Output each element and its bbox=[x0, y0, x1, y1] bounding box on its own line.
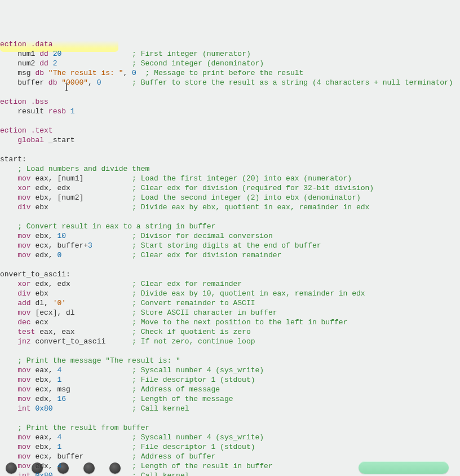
code-line[interactable]: add dl, '0' ; Convert remainder to ASCII bbox=[0, 298, 460, 308]
code-editor[interactable]: I ection .data num1 dd 20 ; First intege… bbox=[0, 0, 460, 476]
code-line[interactable]: mov eax, 4 ; Syscall number 4 (sys_write… bbox=[0, 433, 460, 442]
code-line[interactable]: num1 dd 20 ; First integer (numerator) bbox=[0, 49, 460, 59]
code-line[interactable]: ; Print the result from buffer bbox=[0, 423, 460, 433]
code-line[interactable]: msg db "The result is: ", 0 ; Message to… bbox=[0, 68, 460, 78]
code-line[interactable]: mov edx, 16 ; Length of the message bbox=[0, 394, 460, 404]
code-line[interactable] bbox=[0, 413, 460, 423]
code-line[interactable]: mov eax, [num1] ; Load the first integer… bbox=[0, 174, 460, 183]
code-line[interactable]: start: bbox=[0, 155, 460, 164]
code-line[interactable]: mov ebx, 10 ; Divisor for decimal conver… bbox=[0, 231, 460, 241]
code-line[interactable]: mov ebx, 1 ; File descriptor 1 (stdout) bbox=[0, 375, 460, 385]
code-line[interactable]: mov [ecx], dl ; Store ASCII character in… bbox=[0, 308, 460, 318]
code-line[interactable]: int 0x80 ; Call kernel bbox=[0, 404, 460, 413]
code-line[interactable]: onvert_to_ascii: bbox=[0, 270, 460, 279]
code-line[interactable]: xor edx, edx ; Clear edx for remainder bbox=[0, 279, 460, 289]
code-line[interactable]: div ebx ; Divide eax by ebx, quotient in… bbox=[0, 202, 460, 212]
code-line[interactable]: global _start bbox=[0, 135, 460, 145]
code-line[interactable]: int 0x80 ; Call kernel bbox=[0, 471, 460, 476]
code-line[interactable]: mov ebx, 1 ; File descriptor 1 (stdout) bbox=[0, 442, 460, 452]
code-line[interactable]: num2 dd 2 ; Second integer (denominator) bbox=[0, 59, 460, 68]
code-line[interactable] bbox=[0, 212, 460, 222]
code-content[interactable]: ection .data num1 dd 20 ; First integer … bbox=[0, 39, 460, 476]
code-line[interactable]: ection .data bbox=[0, 39, 460, 49]
code-line[interactable]: dec ecx ; Move to the next position to t… bbox=[0, 318, 460, 327]
code-line[interactable]: mov ecx, buffer+3 ; Start storing digits… bbox=[0, 241, 460, 250]
code-line[interactable]: result resb 1 bbox=[0, 107, 460, 116]
code-line[interactable]: jnz convert_to_ascii ; If not zero, cont… bbox=[0, 337, 460, 346]
code-line[interactable]: ection .bss bbox=[0, 97, 460, 107]
code-line[interactable] bbox=[0, 260, 460, 270]
code-line[interactable]: mov edx, 0 ; Clear edx for division rema… bbox=[0, 250, 460, 260]
code-line[interactable]: ; Print the message "The result is: " bbox=[0, 356, 460, 365]
code-line[interactable]: test eax, eax ; Check if quotient is zer… bbox=[0, 327, 460, 337]
code-line[interactable]: mov ebx, [num2] ; Load the second intege… bbox=[0, 193, 460, 202]
code-line[interactable]: div ebx ; Divide eax by 10, quotient in … bbox=[0, 289, 460, 298]
code-line[interactable] bbox=[0, 116, 460, 126]
code-line[interactable]: ection .text bbox=[0, 126, 460, 135]
code-line[interactable]: buffer db "0000", 0 ; Buffer to store th… bbox=[0, 78, 460, 87]
code-line[interactable]: mov ecx, buffer ; Address of buffer bbox=[0, 452, 460, 461]
code-line[interactable]: ; Load numbers and divide them bbox=[0, 164, 460, 174]
code-line[interactable] bbox=[0, 145, 460, 155]
code-line[interactable]: mov eax, 4 ; Syscall number 4 (sys_write… bbox=[0, 365, 460, 375]
code-line[interactable]: ; Convert result in eax to a string in b… bbox=[0, 222, 460, 231]
code-line[interactable] bbox=[0, 87, 460, 97]
code-line[interactable]: mov edx, 4 ; Length of the result in buf… bbox=[0, 461, 460, 471]
code-line[interactable]: mov ecx, msg ; Address of message bbox=[0, 385, 460, 394]
code-line[interactable] bbox=[0, 346, 460, 356]
code-line[interactable]: xor edx, edx ; Clear edx for division (r… bbox=[0, 183, 460, 193]
